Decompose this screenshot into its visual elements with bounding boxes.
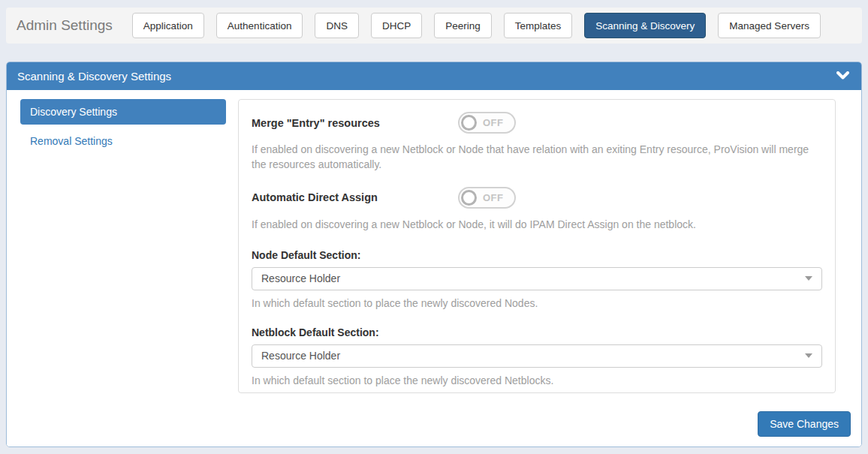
panel-header[interactable]: Scanning & Discovery Settings <box>7 62 861 90</box>
node-default-section-value: Resource Holder <box>261 272 340 284</box>
chevron-down-icon <box>836 70 849 83</box>
save-row: Save Changes <box>238 411 851 437</box>
auto-direct-assign-label: Automatic Direct Assign <box>252 191 458 203</box>
discovery-settings-card: Merge "Entry" resources OFF If enabled o… <box>238 99 836 393</box>
tab-authentication[interactable]: Authentication <box>216 13 303 38</box>
tab-application[interactable]: Application <box>132 13 204 38</box>
netblock-default-section-select[interactable]: Resource Holder <box>252 344 822 368</box>
scanning-discovery-panel: Scanning & Discovery Settings Discovery … <box>6 62 862 447</box>
sidebar-item-discovery-settings[interactable]: Discovery Settings <box>20 99 226 125</box>
page-title: Admin Settings <box>17 17 113 34</box>
sidebar-item-removal-settings[interactable]: Removal Settings <box>20 128 226 154</box>
node-default-section-label: Node Default Section: <box>252 249 822 261</box>
merge-entry-toggle[interactable]: OFF <box>458 112 516 134</box>
auto-direct-assign-toggle-state: OFF <box>477 192 513 203</box>
admin-settings-topbar: Admin Settings Application Authenticatio… <box>6 8 862 44</box>
toggle-knob-icon <box>461 115 477 131</box>
merge-entry-description: If enabled on discovering a new Netblock… <box>252 142 822 173</box>
toggle-knob-icon <box>461 190 477 206</box>
netblock-default-section-value: Resource Holder <box>261 350 340 362</box>
tab-scanning-discovery[interactable]: Scanning & Discovery <box>584 13 706 38</box>
auto-direct-assign-description: If enabled on discovering a new Netblock… <box>252 217 822 232</box>
tab-dhcp[interactable]: DHCP <box>371 13 422 38</box>
settings-content: Merge "Entry" resources OFF If enabled o… <box>226 99 851 437</box>
settings-sidebar: Discovery Settings Removal Settings <box>14 99 226 437</box>
merge-entry-row: Merge "Entry" resources OFF <box>252 112 822 134</box>
auto-direct-assign-toggle[interactable]: OFF <box>458 187 516 209</box>
save-changes-button[interactable]: Save Changes <box>758 411 851 437</box>
node-default-section-help: In which default section to place the ne… <box>252 297 822 309</box>
settings-tabs: Application Authentication DNS DHCP Peer… <box>132 13 821 38</box>
netblock-default-section-label: Netblock Default Section: <box>252 326 822 338</box>
tab-peering[interactable]: Peering <box>434 13 492 38</box>
caret-down-icon <box>805 353 812 358</box>
merge-entry-label: Merge "Entry" resources <box>252 117 458 129</box>
panel-collapse-control[interactable] <box>836 70 849 83</box>
node-default-section-select[interactable]: Resource Holder <box>252 267 822 290</box>
netblock-default-section-help: In which default section to place the ne… <box>252 374 822 386</box>
merge-entry-toggle-state: OFF <box>477 117 513 128</box>
panel-body: Discovery Settings Removal Settings Merg… <box>7 90 861 447</box>
tab-dns[interactable]: DNS <box>315 13 359 38</box>
caret-down-icon <box>805 276 812 281</box>
panel-title: Scanning & Discovery Settings <box>17 70 171 83</box>
auto-direct-assign-row: Automatic Direct Assign OFF <box>252 187 822 209</box>
tab-managed-servers[interactable]: Managed Servers <box>718 13 821 38</box>
tab-templates[interactable]: Templates <box>504 13 573 38</box>
